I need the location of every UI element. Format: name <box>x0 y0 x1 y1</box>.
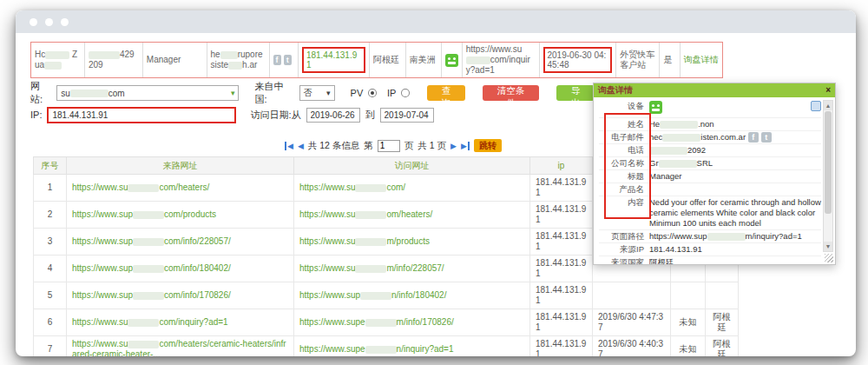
col-header-ip: ip <box>530 157 593 175</box>
scroll-up-icon[interactable]: ▲ <box>824 101 832 110</box>
table-row: 7https://www.sucom/heaters/ceramic-heate… <box>34 336 739 357</box>
cell-visit-time: 2019/6/30 4:40:37 <box>593 336 671 357</box>
cell-seq: 4 <box>34 256 67 282</box>
redacted-text <box>365 319 397 327</box>
cell-ip: 181.44.131.91 <box>530 202 593 229</box>
ip-filter-label: IP: <box>30 110 42 120</box>
page-number-input[interactable] <box>378 140 400 152</box>
window-control-close-icon[interactable] <box>30 18 37 26</box>
prev-page-icon[interactable]: ◀ <box>298 142 304 150</box>
cell-browser: 未知 <box>671 309 706 336</box>
panel-field-value: Nedd your offer for ceramic through and … <box>649 197 821 229</box>
twitter-icon[interactable]: t <box>284 55 292 65</box>
site-select[interactable]: sucom ▾ <box>56 85 239 101</box>
panel-field-value: 阿根廷 <box>649 257 821 265</box>
redacted-text <box>466 56 490 64</box>
device-icon <box>649 101 662 114</box>
cell-country: 阿根廷 <box>706 309 739 336</box>
panel-field-row: 页面路径https://www.supm/inquiry?ad=1 <box>599 230 821 243</box>
panel-field-value: GrSRL <box>649 158 821 169</box>
cell-country <box>706 282 739 309</box>
date-from-input[interactable] <box>306 108 360 123</box>
cell-visit-time <box>593 282 671 309</box>
page: Hc Z ua 429209 Manager herupore sisteh.a… <box>0 0 868 365</box>
panel-scrollbar[interactable]: ▲ ▼ <box>823 100 833 252</box>
inquiry-detail-link-cell: 询盘详情 <box>681 43 722 77</box>
cell-referrer-url: https://www.supcom/info/228057/ <box>67 229 294 256</box>
visitor-email: herupore sisteh.ar <box>207 43 270 77</box>
cell-visited-url: https://www.supn/info/180402/ <box>294 282 530 309</box>
panel-field-row: 产品名 <box>599 183 821 196</box>
window-control-minimize-icon[interactable] <box>45 18 53 26</box>
cell-seq: 5 <box>34 282 67 309</box>
inquiry-detail-link[interactable]: 询盘详情 <box>684 55 719 65</box>
panel-field-row: 内容Nedd your offer for ceramic through an… <box>599 196 821 230</box>
scrollbar-thumb[interactable] <box>825 111 832 214</box>
cell-referrer-url: https://www.supcom/products <box>67 202 294 229</box>
panel-field-label: 来源IP <box>599 244 649 255</box>
facebook-icon[interactable]: f <box>273 55 281 65</box>
redacted-text <box>360 292 391 300</box>
panel-field-label: 页面路径 <box>599 231 649 242</box>
next-page-icon[interactable]: ▶ <box>450 142 457 150</box>
panel-field-value: Manager <box>649 171 821 182</box>
browser-window: Hc Z ua 429209 Manager herupore sisteh.a… <box>16 10 856 356</box>
ip-filter-input[interactable] <box>47 107 236 123</box>
pv-radio-label: PV <box>351 88 364 98</box>
twitter-icon[interactable]: t <box>761 132 772 143</box>
redacted-text <box>659 160 697 168</box>
cell-ip: 181.44.131.91 <box>530 229 593 256</box>
visitor-country: 阿根廷 <box>370 43 406 77</box>
clear-conditions-button[interactable]: 清空条件 <box>483 85 538 101</box>
facebook-icon[interactable]: f <box>748 132 759 143</box>
panel-field-row: 电子邮件hecisten.com.ar ft <box>599 131 821 144</box>
panel-field-label: 产品名 <box>599 184 649 195</box>
visitor-info-bar: Hc Z ua 429209 Manager herupore sisteh.a… <box>30 42 723 78</box>
redacted-text <box>133 238 164 246</box>
redacted-text <box>128 184 159 192</box>
table-row: 5https://www.supcom/info/170826/https://… <box>34 282 739 309</box>
pagination-total: 共 12 条信息 <box>308 140 360 152</box>
first-page-icon[interactable]: ◀ <box>285 142 293 150</box>
page-label-pre: 第 <box>364 140 373 152</box>
date-to-input[interactable] <box>380 108 434 123</box>
col-header-seq: 序号 <box>34 157 67 175</box>
page-label-post: 页 <box>404 140 414 152</box>
panel-header: 询盘详情 × <box>594 83 835 97</box>
table-row: 6https://www.sucom/inquiry?ad=1https://w… <box>34 309 739 336</box>
panel-field-row: 来源IP181.44.131.91 <box>599 243 821 256</box>
panel-field-value: He.non <box>649 119 821 129</box>
search-button[interactable]: 查询 <box>427 85 465 101</box>
cell-visited-url: https://www.sum/info/228057/ <box>294 256 530 282</box>
panel-field-row: 公司名称GrSRL <box>599 157 821 170</box>
panel-field-row: 来源国家阿根廷 <box>599 256 821 265</box>
window-control-maximize-icon[interactable] <box>61 18 69 26</box>
resize-grip[interactable] <box>825 254 833 262</box>
visitor-phone: 429209 <box>85 43 143 77</box>
cell-visited-url: https://www.sucom/ <box>294 175 530 202</box>
redacted-text <box>128 341 159 348</box>
panel-field-row: 标题Manager <box>599 170 821 183</box>
redacted-text <box>220 51 238 59</box>
redacted-text <box>128 319 159 327</box>
redacted-text <box>355 238 386 246</box>
export-button[interactable]: 导出 <box>556 85 595 101</box>
redacted-text <box>355 211 386 219</box>
pv-radio[interactable] <box>368 89 377 97</box>
visitor-flag: 是 <box>660 43 680 77</box>
close-icon[interactable]: × <box>825 86 831 95</box>
cell-seq: 2 <box>34 202 67 229</box>
china-select[interactable]: 否▾ <box>299 85 335 101</box>
cell-ip: 181.44.131.91 <box>530 256 593 282</box>
panel-field-label: 内容 <box>599 197 649 208</box>
visitor-ip-cell: 181.44.131.91 <box>299 43 370 77</box>
panel-field-value: hecisten.com.ar ft <box>649 132 821 143</box>
pagination-total-pages: 共 1 页 <box>418 140 446 152</box>
cell-referrer-url: https://www.sucom/heaters/ <box>67 175 294 202</box>
location-icon[interactable] <box>811 101 821 111</box>
cell-visited-url: https://www.suom/heaters/ <box>294 202 530 229</box>
ip-radio[interactable] <box>401 89 410 97</box>
scroll-down-icon[interactable]: ▼ <box>824 242 832 251</box>
jump-button[interactable]: 跳转 <box>474 139 502 152</box>
last-page-icon[interactable]: ▶ <box>461 142 470 150</box>
